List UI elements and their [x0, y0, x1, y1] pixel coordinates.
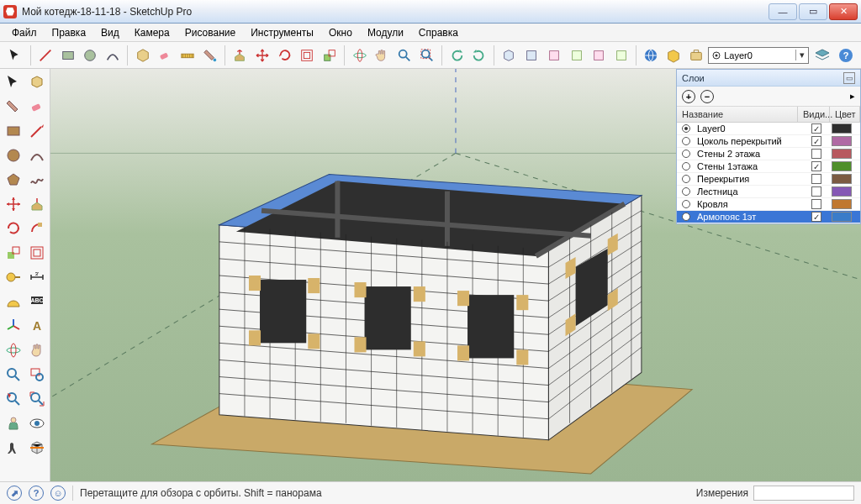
layer-color-swatch[interactable] [832, 123, 852, 134]
line-icon[interactable] [25, 119, 48, 143]
geo-icon[interactable]: ⬈ [7, 486, 22, 501]
measure-input[interactable] [753, 486, 854, 501]
push-icon[interactable] [230, 45, 251, 66]
polygon-icon[interactable] [2, 168, 24, 192]
rect-icon[interactable] [57, 45, 78, 66]
paint-icon[interactable] [2, 95, 24, 118]
iso-icon[interactable] [499, 45, 520, 66]
undo-view-icon[interactable] [446, 45, 467, 66]
follow-icon[interactable] [25, 217, 48, 240]
dimension-icon[interactable]: 3' [25, 265, 48, 289]
layer-visible-checkbox[interactable] [811, 186, 821, 197]
layer-visible-checkbox[interactable] [811, 149, 821, 159]
zoom-extents-icon[interactable] [25, 387, 48, 411]
layer-visible-checkbox[interactable]: ✓ [811, 212, 821, 222]
layer-color-swatch[interactable] [832, 149, 852, 159]
back-icon[interactable] [589, 45, 610, 66]
zoom-icon[interactable] [2, 363, 24, 386]
layer-dropdown[interactable]: Layer0 ▾ [708, 47, 809, 64]
eraser-icon[interactable] [155, 45, 176, 66]
rect-icon[interactable] [2, 119, 24, 143]
info-icon[interactable]: ? [29, 486, 44, 501]
layer-color-swatch[interactable] [832, 186, 852, 197]
cursor-icon[interactable] [5, 45, 26, 66]
layer-active-radio[interactable] [682, 200, 690, 208]
3dtext-icon[interactable]: A [25, 314, 48, 338]
freehand-icon[interactable] [25, 168, 48, 192]
circle-icon[interactable] [80, 45, 101, 66]
close-panel-icon[interactable]: ▭ [843, 72, 855, 84]
orbit-icon[interactable] [349, 45, 370, 66]
offset-icon[interactable] [25, 241, 48, 265]
position-camera-icon[interactable] [2, 412, 24, 435]
zoom-icon[interactable] [394, 45, 415, 66]
menu-draw[interactable]: Рисование [178, 25, 242, 40]
layer-active-radio[interactable] [682, 162, 690, 171]
layer-color-swatch[interactable] [832, 161, 852, 171]
tape-icon[interactable] [177, 45, 198, 66]
col-visible[interactable]: Види... [798, 107, 830, 122]
pan-icon[interactable] [372, 45, 393, 66]
layer-row[interactable]: Армопояс 1эт✓ [677, 211, 860, 223]
offset-icon[interactable] [297, 45, 318, 66]
menu-plugins[interactable]: Модули [361, 25, 410, 40]
rotate-icon[interactable] [2, 217, 24, 240]
look-around-icon[interactable] [25, 412, 48, 435]
3d-viewport[interactable]: Слои ▭ + − ▸ Название Види... Цвет Layer… [50, 69, 861, 481]
menu-file[interactable]: Файл [5, 25, 44, 40]
left-icon[interactable] [611, 45, 632, 66]
layer-visible-checkbox[interactable]: ✓ [811, 123, 821, 134]
component-icon[interactable] [25, 71, 48, 94]
layer-color-swatch[interactable] [832, 136, 852, 146]
line-icon[interactable] [35, 45, 56, 66]
layer-active-radio[interactable] [682, 150, 690, 158]
layer-visible-checkbox[interactable] [811, 174, 821, 184]
layer-row[interactable]: Стены 2 этажа [677, 148, 860, 160]
layer-row[interactable]: Лестница [677, 186, 860, 198]
circle-icon[interactable] [2, 144, 24, 167]
share-icon[interactable] [663, 45, 684, 66]
menu-window[interactable]: Окно [322, 25, 359, 40]
layer-active-radio[interactable] [682, 213, 690, 221]
push-icon[interactable] [25, 192, 48, 216]
layer-color-swatch[interactable] [832, 212, 852, 222]
scale-icon[interactable] [2, 241, 24, 265]
menu-edit[interactable]: Правка [45, 25, 93, 40]
scale-icon[interactable] [320, 45, 341, 66]
top-icon[interactable] [521, 45, 542, 66]
walk-icon[interactable] [2, 436, 24, 459]
pan-icon[interactable] [25, 339, 48, 362]
layer-visible-checkbox[interactable]: ✓ [811, 161, 821, 171]
minimize-button[interactable]: — [769, 3, 797, 20]
layer-active-radio[interactable] [682, 187, 690, 196]
layer-active-radio[interactable] [682, 137, 690, 145]
redo-view-icon[interactable] [469, 45, 490, 66]
add-layer-icon[interactable]: + [682, 90, 695, 103]
component-icon[interactable] [132, 45, 153, 66]
front-icon[interactable] [544, 45, 565, 66]
arc-icon[interactable] [25, 144, 48, 167]
layer-row[interactable]: Перекрытия [677, 173, 860, 186]
protractor-icon[interactable] [2, 290, 24, 313]
layer-active-radio[interactable] [682, 175, 690, 183]
layers-panel-icon[interactable] [812, 45, 832, 66]
orbit-icon[interactable] [2, 339, 24, 362]
right-icon[interactable] [566, 45, 587, 66]
menu-camera[interactable]: Камера [128, 25, 177, 40]
arc-icon[interactable] [103, 45, 124, 66]
layer-row[interactable]: Кровля [677, 198, 860, 211]
layer-row[interactable]: Стены 1этажа✓ [677, 160, 860, 173]
zoom-extents-icon[interactable] [416, 45, 437, 66]
layer-active-radio[interactable] [682, 124, 690, 133]
section-icon[interactable] [25, 436, 48, 459]
layer-row[interactable]: Цоколь перекрытий✓ [677, 135, 860, 148]
layer-visible-checkbox[interactable]: ✓ [811, 136, 821, 146]
previous-icon[interactable] [2, 387, 24, 411]
help-icon[interactable]: ? [836, 45, 856, 66]
remove-layer-icon[interactable]: − [700, 90, 714, 103]
menu-view[interactable]: Вид [94, 25, 126, 40]
maximize-button[interactable]: ▭ [799, 3, 827, 20]
menu-help[interactable]: Справка [412, 25, 465, 40]
layer-row[interactable]: Layer0✓ [677, 123, 860, 135]
move-icon[interactable] [252, 45, 273, 66]
